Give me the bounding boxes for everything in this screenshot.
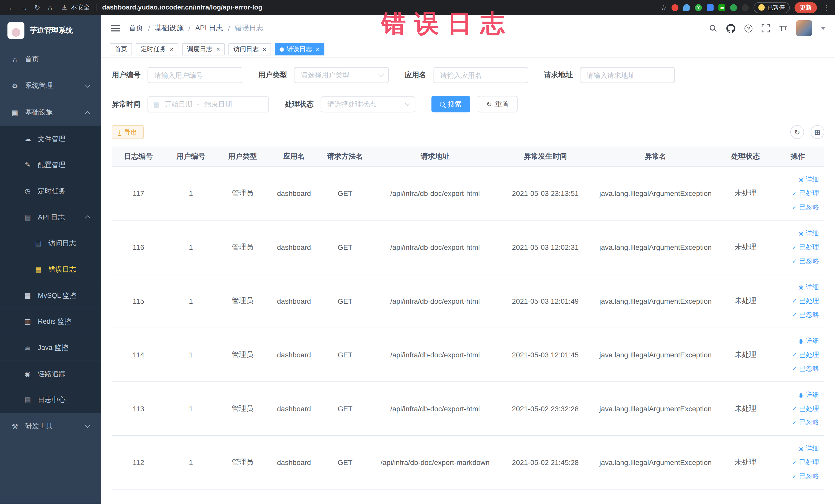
extension-on-badge-icon[interactable]: on bbox=[718, 4, 726, 11]
process-status-select[interactable]: 请选择处理状态 bbox=[321, 96, 415, 112]
export-button[interactable]: ↓ 导出 bbox=[112, 125, 143, 139]
sidebar-item-label: 系统管理 bbox=[25, 81, 53, 90]
tab-5[interactable]: 错误日志× bbox=[275, 43, 324, 56]
sidebar-item-2[interactable]: ⚙系统管理 bbox=[0, 73, 101, 99]
paused-badge-label: 已暂停 bbox=[768, 3, 785, 11]
reset-button-label: 重置 bbox=[495, 99, 509, 109]
extension-blue-drop-icon[interactable] bbox=[683, 4, 690, 11]
font-size-icon[interactable]: TT bbox=[779, 24, 787, 32]
extension-red-circle-icon[interactable] bbox=[672, 4, 678, 11]
sidebar-item-7[interactable]: ▤API 日志 bbox=[0, 204, 101, 230]
chevron-down-icon[interactable] bbox=[821, 27, 826, 29]
mark-ignored-link[interactable]: ✓已忽略 bbox=[792, 418, 819, 427]
address-bar[interactable]: ⚠ 不安全 dashboard.yudao.iocoder.cn/infra/l… bbox=[62, 3, 654, 12]
exception-time-label: 异常时间 bbox=[112, 99, 141, 109]
mark-processed-link[interactable]: ✓已处理 bbox=[792, 404, 819, 413]
extension-dark-paw-icon[interactable] bbox=[742, 4, 749, 11]
security-label[interactable]: 不安全 bbox=[71, 3, 90, 12]
table-row: 1151管理员dashboardGET/api/infra/db-doc/exp… bbox=[112, 274, 824, 328]
tab-label: 访问日志 bbox=[233, 45, 259, 54]
request-url-input[interactable] bbox=[579, 67, 674, 83]
sidebar-item-14[interactable]: ▤日志中心 bbox=[0, 387, 101, 413]
close-icon[interactable]: × bbox=[216, 46, 220, 53]
detail-link[interactable]: ◉详细 bbox=[798, 283, 819, 292]
cell-actions: ◉详细✓已处理✓已忽略 bbox=[771, 336, 824, 373]
user-type-select[interactable]: 请选择用户类型 bbox=[294, 67, 389, 83]
close-icon[interactable]: × bbox=[263, 46, 266, 53]
browser-menu-icon[interactable]: ⋮ bbox=[823, 3, 830, 11]
update-button[interactable]: 更新 bbox=[794, 2, 817, 13]
breadcrumb-item[interactable]: 首页 bbox=[129, 23, 143, 33]
detail-link[interactable]: ◉详细 bbox=[798, 175, 819, 184]
sidebar-item-5[interactable]: ✎配置管理 bbox=[0, 152, 101, 178]
app-logo[interactable]: 芋道管理系统 bbox=[0, 15, 101, 46]
mark-processed-link[interactable]: ✓已处理 bbox=[792, 297, 819, 305]
download-icon: ↓ bbox=[118, 129, 121, 136]
detail-link[interactable]: ◉详细 bbox=[798, 390, 819, 399]
forward-button[interactable]: → bbox=[18, 3, 31, 11]
browser-window: ← → ↻ ⌂ ⚠ 不安全 dashboard.yudao.iocoder.cn… bbox=[0, 0, 835, 504]
table-row: 1161管理员dashboardGET/api/infra/db-doc/exp… bbox=[112, 221, 824, 275]
reset-button[interactable]: ↻ 重置 bbox=[478, 96, 517, 112]
sidebar-item-9[interactable]: ▤错误日志 bbox=[0, 256, 101, 282]
sidebar-item-10[interactable]: ▦MySQL 监控 bbox=[0, 282, 101, 309]
extension-blue-grid-icon[interactable] bbox=[707, 4, 714, 11]
back-button[interactable]: ← bbox=[5, 3, 18, 11]
mark-ignored-link[interactable]: ✓已忽略 bbox=[792, 472, 819, 481]
breadcrumb-item[interactable]: API 日志 bbox=[195, 23, 223, 33]
sidebar-item-3[interactable]: ▣基础设施 bbox=[0, 99, 101, 126]
tab-3[interactable]: 调度日志× bbox=[182, 43, 225, 56]
breadcrumb: 首页/基础设施/API 日志/错误日志 bbox=[129, 23, 263, 33]
mark-ignored-link[interactable]: ✓已忽略 bbox=[792, 310, 819, 319]
sidebar-item-13[interactable]: ◉链路追踪 bbox=[0, 361, 101, 387]
mark-ignored-link[interactable]: ✓已忽略 bbox=[792, 203, 819, 211]
mark-ignored-link[interactable]: ✓已忽略 bbox=[792, 364, 819, 373]
close-icon[interactable]: × bbox=[316, 46, 320, 53]
sidebar-item-8[interactable]: ▤访问日志 bbox=[0, 230, 101, 256]
refresh-button[interactable]: ↻ bbox=[790, 125, 804, 139]
help-icon[interactable]: ? bbox=[745, 24, 753, 32]
sidebar-item-label: Redis 监控 bbox=[38, 317, 71, 326]
detail-link[interactable]: ◉详细 bbox=[798, 336, 819, 345]
breadcrumb-item[interactable]: 基础设施 bbox=[155, 23, 184, 33]
url-text[interactable]: dashboard.yudao.iocoder.cn/infra/log/api… bbox=[102, 4, 262, 11]
mark-processed-link[interactable]: ✓已处理 bbox=[792, 189, 819, 198]
mark-processed-link[interactable]: ✓已处理 bbox=[792, 458, 819, 467]
detail-link[interactable]: ◉详细 bbox=[798, 229, 819, 238]
search-icon[interactable] bbox=[709, 24, 717, 32]
chevron-down-icon bbox=[85, 82, 90, 87]
reload-button[interactable]: ↻ bbox=[31, 3, 44, 11]
mark-processed-link[interactable]: ✓已处理 bbox=[792, 350, 819, 359]
paused-badge[interactable]: 已暂停 bbox=[754, 2, 790, 13]
app-name-input[interactable] bbox=[433, 67, 528, 83]
extension-green-leaf-icon[interactable] bbox=[730, 4, 737, 11]
detail-link[interactable]: ◉详细 bbox=[798, 444, 819, 453]
mark-processed-link[interactable]: ✓已处理 bbox=[792, 243, 819, 251]
tab-4[interactable]: 访问日志× bbox=[228, 43, 271, 56]
mark-ignored-link[interactable]: ✓已忽略 bbox=[792, 257, 819, 265]
user-id-input[interactable] bbox=[148, 67, 242, 83]
close-icon[interactable]: × bbox=[170, 46, 174, 53]
home-button[interactable]: ⌂ bbox=[44, 3, 57, 11]
extension-green-circle-icon[interactable]: Y bbox=[695, 4, 702, 11]
column-settings-button[interactable]: ⊞ bbox=[811, 125, 824, 139]
github-icon[interactable] bbox=[727, 24, 735, 33]
sidebar-item-12[interactable]: ☕Java 监控 bbox=[0, 335, 101, 361]
action-label: 详细 bbox=[806, 229, 819, 238]
hamburger-icon[interactable] bbox=[111, 24, 120, 32]
cell-app: dashboard bbox=[268, 189, 320, 198]
user-avatar[interactable] bbox=[796, 20, 812, 36]
cell-time: 2021-05-03 23:13:51 bbox=[500, 189, 591, 198]
tab-2[interactable]: 定时任务× bbox=[136, 43, 178, 56]
tab-1[interactable]: 首页 bbox=[109, 43, 132, 56]
bookmark-star-icon[interactable]: ☆ bbox=[660, 3, 667, 11]
date-range-picker[interactable]: ▦ 开始日期 - 结束日期 bbox=[148, 96, 269, 112]
sidebar-item-15[interactable]: ⚒研发工具 bbox=[0, 413, 101, 440]
sidebar-item-4[interactable]: ☁文件管理 bbox=[0, 126, 101, 152]
search-button[interactable]: 搜索 bbox=[431, 96, 470, 112]
check-icon: ✓ bbox=[792, 352, 797, 358]
sidebar-item-1[interactable]: ⌂首页 bbox=[0, 46, 101, 73]
sidebar-item-6[interactable]: ◷定时任务 bbox=[0, 178, 101, 204]
sidebar-item-11[interactable]: ▥Redis 监控 bbox=[0, 308, 101, 335]
fullscreen-icon[interactable] bbox=[761, 24, 770, 32]
